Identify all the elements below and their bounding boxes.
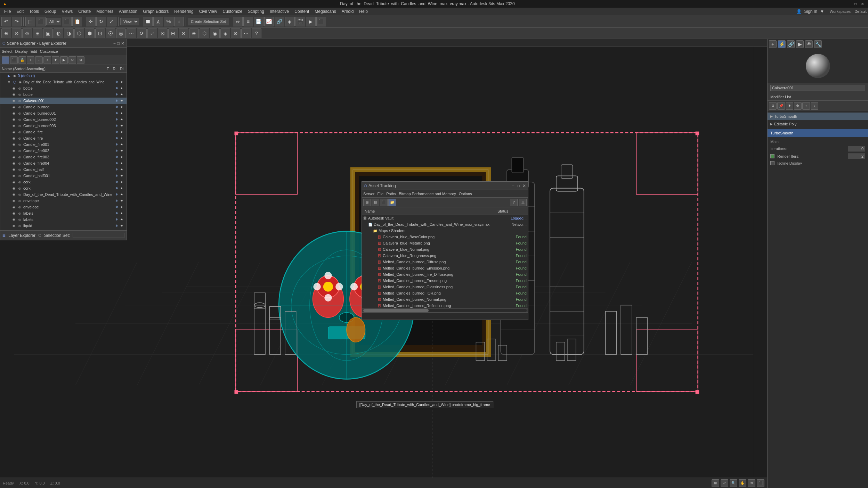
angle-snap-button[interactable]: ∡ [153,17,163,26]
se-list-item[interactable]: ◉◎labels❄★ [0,216,127,223]
item-render-icon[interactable]: ◎ [17,130,22,134]
tb2-btn6[interactable]: ◐ [54,28,63,38]
render-frame-button[interactable]: ⬛ [316,17,326,26]
at-title-bar[interactable]: ⬡ Asset Tracking − □ ✕ [362,182,528,190]
percent-snap-button[interactable]: % [164,17,173,26]
select-move-button[interactable]: ✛ [86,17,96,26]
iterations-input[interactable] [848,146,865,151]
tb2-btn17[interactable]: ⊟ [168,28,178,38]
item-visibility-icon[interactable]: ◉ [11,86,16,91]
item-visibility-icon[interactable]: ◉ [11,123,16,128]
at-warn-btn[interactable]: ⚠ [519,199,527,206]
menu-civil-view[interactable]: Civil View [196,8,220,15]
se-title-bar[interactable]: ⬡ Scene Explorer - Layer Explorer − □ ✕ [0,39,127,48]
workspaces-value[interactable]: Default [854,9,867,14]
at-search[interactable] [362,312,528,320]
item-visibility-icon[interactable]: ◉ [11,155,16,159]
menu-create[interactable]: Create [75,8,94,15]
item-visibility-icon[interactable]: ◉ [11,167,16,172]
selection-dropdown[interactable]: All [46,18,61,25]
item-visibility-icon[interactable]: ◉ [11,211,16,216]
se-list[interactable]: ▶ ◉ 0 (default) ▼ ⬡ ◉ Day_of_the_Dead_Tr… [0,73,127,230]
tb2-btn9[interactable]: ⬢ [85,28,95,38]
align-button[interactable]: ≡ [243,17,253,26]
se-remove-btn[interactable]: - [35,56,43,64]
sign-in-button[interactable]: Sign In [804,9,817,14]
item-render-icon[interactable]: ◎ [17,148,22,153]
item-render-icon[interactable]: ◎ [17,161,22,166]
se-menu-display[interactable]: Display [15,49,28,53]
sign-in-area[interactable]: 👤 Sign In ▼ Workspaces: Default [796,9,867,14]
at-list-item[interactable]: 🖼Melted_Candles_burned_Glossiness.pngFou… [362,284,528,290]
at-list-item[interactable]: 🖼Melted_Candles_burned_Fresnel.pngFound [362,278,528,284]
se-settings-btn[interactable]: ⚙ [77,56,84,64]
minimize-button[interactable]: − [846,1,851,7]
item-render-icon[interactable]: ◎ [17,192,22,197]
rp-modify-icon[interactable]: ⚡ [778,40,786,48]
tb2-btn14[interactable]: ⟳ [137,28,147,38]
tb2-btn24[interactable]: ⋯ [241,28,251,38]
view-dropdown[interactable]: View [120,18,139,25]
spinner-snap-button[interactable]: ↕ [174,17,184,26]
mirror-button[interactable]: ⇔ [233,17,243,26]
item-render-icon[interactable]: ◎ [17,155,22,159]
rp-hierarchy-icon[interactable]: 🔗 [787,40,795,48]
tb2-btn19[interactable]: ⊕ [189,28,199,38]
tb2-btn25[interactable]: ? [252,28,261,38]
at-list-item[interactable]: 🖼Calavera_blue_BaseColor.pngFound [362,234,528,240]
isoline-checkbox[interactable] [770,161,774,165]
item-visibility-icon[interactable]: ◉ [11,105,16,109]
select-filter-button[interactable]: ⬛ [62,17,72,26]
item-render-icon[interactable]: ◎ [17,180,22,184]
menu-animation[interactable]: Animation [116,8,140,15]
group-visibility-icon[interactable]: ◉ [18,80,23,84]
item-visibility-icon[interactable]: ◉ [11,142,16,147]
se-maximize-btn[interactable]: □ [117,41,120,46]
menu-views[interactable]: Views [59,8,75,15]
rp-move-down-btn[interactable]: ↓ [811,102,818,110]
at-scrollbar-thumb[interactable] [363,309,429,312]
undo-button[interactable]: ↶ [1,17,11,26]
item-visibility-icon[interactable]: ◉ [11,117,16,122]
item-render-icon[interactable]: ◎ [17,86,22,91]
item-render-icon[interactable]: ◎ [17,217,22,222]
se-list-item[interactable]: ◉◎labels❄★ [0,210,127,216]
scale-button[interactable]: ⤢ [107,17,116,26]
item-visibility-icon[interactable]: ◉ [11,98,16,103]
at-status-col[interactable]: Status [497,209,525,213]
viewport-pan-button[interactable]: ✋ [739,479,746,487]
item-visibility-icon[interactable]: ◉ [11,192,16,197]
se-list-item[interactable]: ◉◎envelope❄★ [0,204,127,210]
se-list-item[interactable]: ◉◎Candle_burned003❄★ [0,123,127,129]
render-button[interactable]: ▶ [306,17,316,26]
se-list-item[interactable]: ◉◎cork❄★ [0,185,127,191]
rp-configure-btn[interactable]: ⚙ [769,102,777,110]
at-list-item[interactable]: 🖼Calavera_blue_Metallic.pngFound [362,240,528,246]
at-btn2[interactable]: ⊟ [372,199,379,206]
viewport-maximize-toggle[interactable]: ⬛ [757,479,764,487]
item-render-icon[interactable]: ◎ [17,142,22,147]
item-visibility-icon[interactable]: ◉ [11,205,16,209]
se-list-item[interactable]: ◉◎bottle❄★ [0,85,127,91]
item-render-icon[interactable]: ◎ [17,98,22,103]
se-menu-select[interactable]: Select [2,49,13,53]
menu-content[interactable]: Content [292,8,312,15]
title-bar-controls[interactable]: − □ ✕ [846,1,865,7]
material-editor-button[interactable]: ◈ [285,17,295,26]
tb2-btn5[interactable]: ▣ [43,28,53,38]
item-visibility-icon[interactable]: ◉ [11,186,16,191]
menu-scripting[interactable]: Scripting [245,8,267,15]
item-visibility-icon[interactable]: ◉ [11,217,16,222]
at-help-btn[interactable]: ? [510,199,518,206]
at-scrollbar[interactable] [362,308,528,312]
maximize-button[interactable]: □ [853,1,858,7]
rp-move-up-btn[interactable]: ↑ [802,102,810,110]
se-list-item[interactable]: ◉◎Candle_burned❄★ [0,104,127,110]
item-visibility-icon[interactable]: ◉ [11,173,16,178]
group-expand-icon[interactable]: ▼ [7,80,11,84]
viewport-zoom-extents-button[interactable]: ⤢ [721,479,728,487]
menu-file[interactable]: File [1,8,14,15]
viewport-maximize-button[interactable]: ⊞ [712,479,719,487]
se-add-btn[interactable]: + [27,56,34,64]
se-list-item[interactable]: ◉◎Candle_half001❄★ [0,173,127,179]
